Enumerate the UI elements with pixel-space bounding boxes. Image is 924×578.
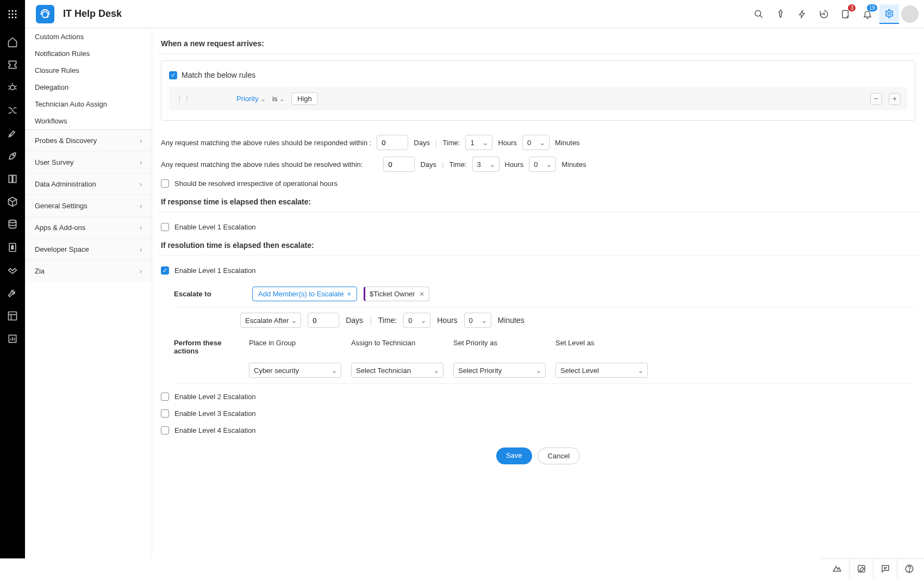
layout-icon[interactable] [4, 308, 21, 324]
tools-icon[interactable] [4, 125, 21, 141]
button-row: Save Cancel [158, 448, 919, 464]
apps-grid-icon[interactable] [0, 0, 25, 28]
svg-point-4 [12, 13, 14, 15]
cube-icon[interactable] [4, 194, 21, 210]
escalation-level1-body: Escalate to Add Member(s) to Escalate + … [158, 279, 919, 388]
escalate-after-select[interactable]: Escalate After [240, 313, 301, 328]
database-icon[interactable] [4, 216, 21, 233]
sidebar-section-developer-space[interactable]: Developer Space› [25, 238, 152, 260]
sidebar-item-notification-rules[interactable]: Notification Rules [25, 45, 152, 62]
book-icon[interactable] [4, 171, 21, 187]
respond-within-row: Any request matching the above rules sho… [158, 132, 919, 153]
group-select[interactable]: Cyber security [249, 363, 341, 378]
chevron-right-icon: › [140, 159, 142, 166]
compose-icon[interactable] [849, 559, 873, 579]
sidebar-section-label: General Settings [35, 202, 88, 210]
svg-point-14 [10, 85, 15, 90]
shuffle-icon[interactable] [4, 102, 21, 119]
rule-field[interactable]: Priority ⌄ [236, 95, 266, 103]
svg-point-35 [909, 570, 909, 571]
sidebar-item-delegation[interactable]: Delegation [25, 79, 152, 96]
bell-icon[interactable]: 19 [858, 4, 877, 24]
resolution-l3-checkbox[interactable] [161, 409, 169, 418]
rule-operator[interactable]: is ⌄ [272, 95, 285, 103]
sidebar-section-zia[interactable]: Zia› [25, 260, 152, 282]
chevron-right-icon: › [140, 181, 142, 188]
technician-select[interactable]: Select Technician [351, 363, 444, 378]
minutes-label: Minutes [561, 160, 586, 169]
heading-new-request: When a new request arrives: [158, 34, 919, 54]
perform-actions-row: Perform these actions Place in Group Ass… [174, 333, 915, 384]
wrench-icon[interactable] [4, 285, 21, 301]
resolve-label: Any request matching the above rules sho… [161, 160, 363, 169]
resolve-minutes-select[interactable]: 0 [529, 157, 556, 172]
ticket-owner-token: $Ticket Owner ✕ [364, 287, 429, 301]
sidebar-section-probes[interactable]: Probes & Discovery› [25, 129, 152, 151]
sidebar-section-label: Zia [35, 267, 45, 275]
rocket-icon[interactable] [4, 148, 21, 164]
search-icon[interactable] [749, 4, 769, 24]
remove-rule-button[interactable]: − [870, 93, 882, 105]
escalate-days-input[interactable] [308, 313, 339, 328]
resolution-l1-label: Enable Level 1 Escalation [174, 266, 256, 275]
remove-token-icon[interactable]: ✕ [419, 290, 424, 298]
sidebar-section-apps-addons[interactable]: Apps & Add-ons› [25, 216, 152, 238]
invoice-icon[interactable]: $ [4, 239, 21, 256]
ticket-icon[interactable] [4, 57, 21, 73]
sidebar-item-custom-actions[interactable]: Custom Actions [25, 28, 152, 45]
match-rules-checkbox[interactable]: ✓ [169, 71, 177, 79]
drag-handle-icon[interactable]: ⋮⋮ [176, 95, 191, 103]
sidebar-item-workflows[interactable]: Workflows [25, 113, 152, 129]
irrespective-row: Should be resolved irrespective of opera… [158, 175, 919, 192]
bug-icon[interactable] [4, 79, 21, 96]
chevron-right-icon: › [140, 268, 142, 275]
priority-select[interactable]: Select Priority [453, 363, 546, 378]
resolution-l1-checkbox[interactable]: ✓ [161, 266, 169, 275]
task-badge: 3 [848, 4, 856, 11]
chevron-right-icon: › [140, 246, 142, 253]
settings-gear-icon[interactable] [879, 4, 899, 24]
sidebar-section-data-admin[interactable]: Data Administration› [25, 173, 152, 195]
report-icon[interactable] [4, 331, 21, 347]
add-rule-button[interactable]: + [889, 93, 901, 105]
svg-point-5 [15, 13, 17, 15]
sidebar-section-user-survey[interactable]: User Survey› [25, 151, 152, 173]
respond-hours-select[interactable]: 1 [465, 135, 492, 150]
days-label: Days [414, 139, 430, 147]
sidebar-item-tech-auto-assign[interactable]: Technician Auto Assign [25, 96, 152, 113]
cancel-button[interactable]: Cancel [538, 448, 580, 464]
help-icon[interactable] [897, 559, 921, 579]
sidebar-item-closure-rules[interactable]: Closure Rules [25, 62, 152, 79]
home-icon[interactable] [4, 34, 21, 50]
respond-minutes-select[interactable]: 0 [522, 135, 550, 150]
level-select[interactable]: Select Level [555, 363, 648, 378]
irrespective-checkbox[interactable] [161, 179, 169, 188]
resolve-days-input[interactable] [383, 157, 415, 172]
save-button[interactable]: Save [496, 448, 532, 464]
chat-icon[interactable] [873, 559, 897, 579]
history-icon[interactable] [814, 4, 834, 24]
pin-icon[interactable] [771, 4, 790, 24]
task-icon[interactable]: 3 [836, 4, 856, 24]
bolt-icon[interactable] [792, 4, 812, 24]
chevron-right-icon: › [140, 137, 142, 145]
resolution-l4-checkbox[interactable] [161, 426, 169, 434]
resolution-l2-checkbox[interactable] [161, 393, 169, 401]
handshake-icon[interactable] [4, 262, 21, 278]
escalate-hours-select[interactable]: 0 [403, 313, 430, 328]
topbar-right: 3 19 [749, 4, 919, 24]
zia-icon[interactable] [825, 559, 849, 579]
svg-line-19 [15, 89, 17, 90]
resolve-hours-select[interactable]: 3 [472, 157, 500, 172]
user-avatar[interactable] [901, 5, 919, 23]
match-rules-row: ✓ Match the below rules [169, 71, 907, 79]
escalate-minutes-select[interactable]: 0 [464, 313, 491, 328]
respond-days-input[interactable] [377, 135, 408, 150]
add-member-button[interactable]: Add Member(s) to Escalate + [252, 287, 357, 301]
col-level-label: Set Level as [555, 339, 648, 347]
topbar-left: IT Help Desk [0, 0, 122, 28]
rule-value[interactable]: High [291, 92, 318, 105]
sidebar-section-general-settings[interactable]: General Settings› [25, 195, 152, 216]
time-label: Time: [449, 160, 466, 169]
response-l1-checkbox[interactable] [161, 223, 169, 231]
